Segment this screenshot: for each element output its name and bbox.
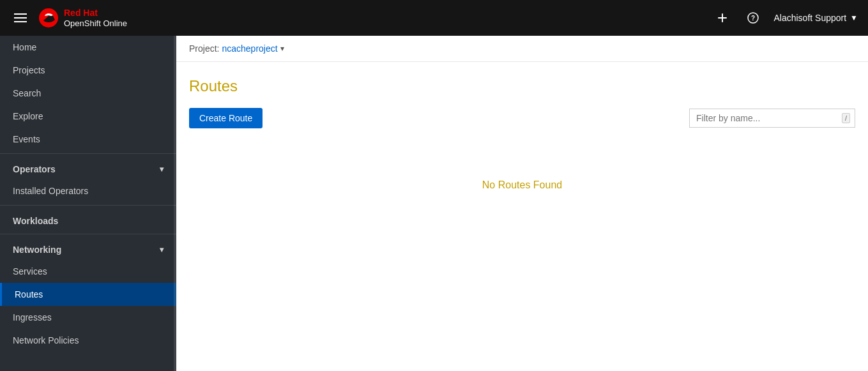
sidebar-network-policies-label: Network Policies [13, 335, 79, 345]
filter-shortcut: / [842, 113, 850, 123]
sidebar-item-projects[interactable]: Projects [0, 59, 176, 82]
question-icon: ? [747, 12, 759, 24]
filter-input[interactable] [689, 109, 855, 128]
sidebar-events-label: Events [13, 134, 40, 144]
sidebar-services-label: Services [13, 266, 47, 276]
user-menu[interactable]: Alachisoft Support ▼ [773, 13, 858, 23]
hamburger-menu-button[interactable] [10, 8, 31, 28]
redhat-logo-icon [38, 8, 59, 28]
empty-message: No Routes Found [482, 179, 562, 191]
brand-text: Red Hat OpenShift Online [64, 8, 127, 28]
sidebar-projects-label: Projects [13, 65, 45, 75]
empty-state: No Routes Found [189, 141, 855, 229]
sidebar-item-services[interactable]: Services [0, 260, 176, 283]
sidebar-ingresses-label: Ingresses [13, 312, 52, 322]
content-area: Project: ncacheproject ▾ Routes Create R… [176, 36, 868, 371]
sidebar-item-search[interactable]: Search [0, 82, 176, 105]
sidebar-section-workloads[interactable]: Workloads [0, 208, 176, 231]
top-navbar: Red Hat OpenShift Online ? Alachisoft Su… [0, 0, 868, 36]
sidebar-explore-label: Explore [13, 111, 43, 121]
sidebar-networking-label: Networking [13, 245, 61, 255]
sidebar-installed-operators-label: Installed Operators [13, 186, 88, 196]
networking-chevron-icon: ▾ [160, 245, 164, 254]
sidebar-item-home[interactable]: Home [0, 36, 176, 59]
project-name[interactable]: ncacheproject [222, 43, 277, 54]
hamburger-icon [11, 11, 29, 25]
project-label: Project: [189, 43, 219, 54]
sidebar-divider-1 [0, 153, 176, 154]
project-dropdown-icon[interactable]: ▾ [280, 44, 284, 53]
project-bar: Project: ncacheproject ▾ [176, 36, 868, 62]
sidebar-item-routes[interactable]: Routes [0, 283, 176, 306]
page-content: Routes Create Route / No Routes Found [176, 62, 868, 371]
sidebar-workloads-label: Workloads [13, 216, 58, 226]
sidebar-divider-3 [0, 234, 176, 234]
sidebar-section-networking[interactable]: Networking ▾ [0, 237, 176, 260]
sidebar-routes-label: Routes [15, 289, 43, 299]
brand-redhat: Red Hat [64, 8, 127, 19]
sidebar-section-operators[interactable]: Operators ▾ [0, 156, 176, 179]
sidebar-item-installed-operators[interactable]: Installed Operators [0, 179, 176, 202]
page-title: Routes [189, 77, 855, 95]
sidebar: Home Projects Search Explore Events Oper… [0, 36, 176, 371]
brand-logo: Red Hat OpenShift Online [38, 8, 127, 28]
main-layout: Home Projects Search Explore Events Oper… [0, 36, 868, 371]
sidebar-search-label: Search [13, 88, 41, 98]
sidebar-item-ingresses[interactable]: Ingresses [0, 306, 176, 329]
help-button[interactable]: ? [743, 8, 763, 28]
user-label: Alachisoft Support [773, 13, 846, 23]
sidebar-divider-2 [0, 205, 176, 206]
brand-openshift: OpenShift Online [64, 19, 127, 29]
svg-text:?: ? [751, 15, 755, 22]
sidebar-item-network-policies[interactable]: Network Policies [0, 329, 176, 352]
plus-icon [717, 12, 728, 24]
sidebar-home-label: Home [13, 42, 36, 52]
add-button[interactable] [712, 8, 733, 28]
toolbar: Create Route / [189, 108, 855, 128]
sidebar-item-events[interactable]: Events [0, 128, 176, 151]
filter-input-wrap: / [689, 109, 855, 128]
sidebar-operators-label: Operators [13, 164, 56, 174]
operators-chevron-icon: ▾ [160, 165, 164, 174]
sidebar-item-explore[interactable]: Explore [0, 105, 176, 128]
create-route-button[interactable]: Create Route [189, 108, 263, 128]
user-chevron-icon: ▼ [850, 13, 858, 22]
